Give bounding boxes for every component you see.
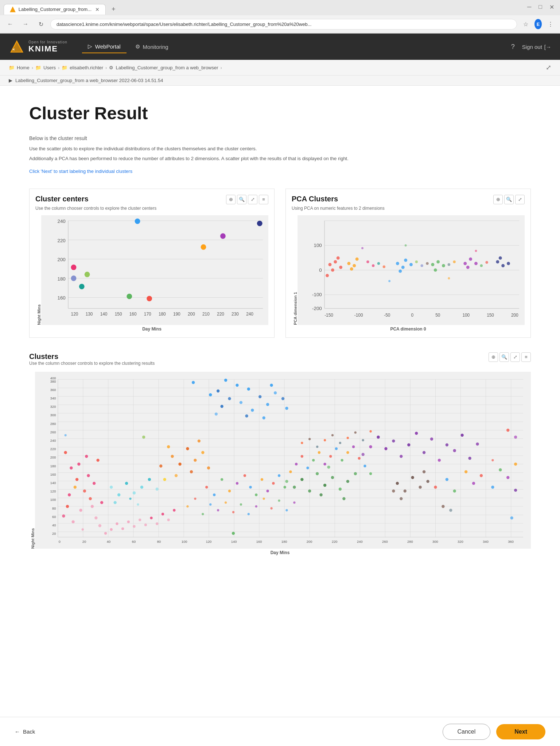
fullscreen-btn-cc[interactable]: ⤢ [248, 195, 257, 204]
bookmark-button[interactable]: ☆ [521, 19, 531, 29]
new-tab-button[interactable]: + [109, 4, 118, 15]
svg-point-331 [232, 532, 235, 534]
signout-button[interactable]: Sign out [→ [522, 44, 551, 50]
cluster-centers-chart: Cluster centers ⊕ 🔍 ⤢ ≡ Use the column c… [29, 189, 275, 338]
svg-point-76 [442, 264, 445, 267]
help-button[interactable]: ? [511, 43, 515, 51]
svg-point-260 [205, 486, 208, 488]
breadcrumb-user[interactable]: 📁 elisabeth.richter [62, 65, 103, 70]
workflow-run-title: ▶ Labelling_Customer_group_from a web_br… [9, 78, 551, 83]
logo-text-group: Open for Innovation KNIME [28, 40, 67, 54]
svg-point-29 [135, 219, 140, 224]
svg-point-288 [186, 505, 188, 507]
browser-tab[interactable]: Labelling_Customer_group_from... ✕ [4, 4, 106, 15]
svg-text:80: 80 [157, 540, 161, 544]
svg-text:240: 240 [246, 312, 253, 317]
pca-header: PCA Clusters ⊕ 🔍 ⤢ [292, 195, 525, 204]
svg-text:190: 190 [173, 312, 180, 317]
fullscreen-btn-cl[interactable]: ⤢ [510, 352, 520, 362]
svg-point-293 [225, 501, 227, 503]
users-label: Users [43, 65, 56, 70]
svg-point-204 [228, 397, 231, 400]
close-btn[interactable]: ✕ [547, 3, 556, 11]
svg-point-180 [64, 451, 67, 454]
next-button[interactable]: Next [496, 724, 545, 739]
svg-point-213 [270, 383, 273, 386]
svg-point-261 [213, 493, 215, 496]
svg-point-266 [249, 486, 252, 488]
svg-point-278 [318, 451, 320, 453]
cluster-centers-title-group: Cluster centers [35, 195, 89, 203]
svg-point-74 [436, 260, 440, 263]
svg-point-30 [257, 221, 262, 226]
svg-text:230: 230 [232, 312, 239, 317]
forward-nav-button[interactable]: → [20, 18, 31, 30]
svg-point-62 [337, 256, 340, 260]
svg-point-327 [156, 522, 158, 525]
svg-point-72 [409, 263, 413, 266]
clusters-wrap: Night Mins [29, 372, 531, 549]
fullscreen-btn-pca[interactable]: ⤢ [515, 195, 525, 204]
tab-close-btn[interactable]: ✕ [95, 7, 100, 12]
svg-point-239 [331, 476, 334, 479]
svg-point-100 [475, 250, 477, 252]
address-input[interactable] [50, 19, 517, 30]
expand-button[interactable]: ⤢ [546, 63, 551, 71]
monitoring-nav-link[interactable]: ⚙ Monitoring [129, 40, 174, 53]
svg-point-190 [83, 489, 86, 492]
menu-btn-cl[interactable]: ≡ [521, 352, 531, 362]
svg-point-243 [293, 486, 296, 488]
maximize-btn[interactable]: □ [536, 3, 544, 11]
svg-text:80: 80 [52, 506, 56, 510]
svg-point-80 [474, 262, 478, 265]
svg-point-65 [353, 264, 356, 267]
svg-text:340: 340 [483, 540, 489, 544]
pca-subtitle: Using PCA on numeric features to 2 dimen… [292, 206, 525, 211]
svg-text:160: 160 [129, 312, 137, 317]
cancel-button[interactable]: Cancel [443, 724, 491, 740]
zoom-in-btn-pca[interactable]: ⊕ [493, 195, 503, 204]
breadcrumb-users[interactable]: 📁 Users [35, 65, 56, 70]
zoom-search-btn-cl[interactable]: 🔍 [499, 352, 509, 362]
svg-text:60: 60 [132, 540, 136, 544]
svg-text:200: 200 [511, 313, 518, 318]
webportal-nav-link[interactable]: ▷ WebPortal [82, 40, 127, 53]
zoom-in-btn-cl[interactable]: ⊕ [489, 352, 498, 362]
svg-point-233 [468, 457, 471, 460]
breadcrumb-workflow[interactable]: ⚙ Labelling_Customer_group_from a web_br… [109, 65, 218, 70]
signout-icon: [→ [544, 44, 551, 50]
svg-point-235 [300, 478, 303, 481]
svg-point-232 [362, 453, 365, 456]
minimize-btn[interactable]: ─ [525, 3, 533, 11]
svg-point-245 [319, 493, 322, 496]
svg-point-258 [207, 466, 210, 469]
svg-point-77 [463, 262, 467, 265]
svg-point-218 [262, 416, 265, 419]
back-button[interactable]: ← Back [15, 728, 35, 735]
menu-button[interactable]: ⋮ [545, 19, 556, 29]
svg-point-197 [82, 528, 84, 530]
svg-text:160: 160 [50, 472, 56, 476]
breadcrumb-home[interactable]: 📁 Home [9, 65, 30, 70]
menu-btn-cc[interactable]: ≡ [259, 195, 268, 204]
svg-point-324 [139, 518, 141, 521]
svg-text:120: 120 [50, 489, 56, 493]
address-bar: ← → ↻ ☆ E ⋮ [0, 15, 560, 33]
svg-point-342 [369, 430, 372, 432]
back-nav-button[interactable]: ← [4, 18, 16, 30]
zoom-in-btn-cc[interactable]: ⊕ [226, 195, 236, 204]
svg-point-209 [209, 393, 212, 396]
zoom-search-btn-cc[interactable]: 🔍 [237, 195, 246, 204]
svg-text:100: 100 [462, 313, 470, 318]
refresh-button[interactable]: ↻ [35, 18, 47, 30]
svg-text:220: 220 [332, 540, 338, 544]
svg-point-34 [85, 272, 90, 277]
profile-button[interactable]: E [533, 19, 543, 29]
svg-point-264 [236, 482, 238, 484]
svg-point-310 [499, 468, 502, 471]
svg-point-320 [116, 522, 118, 525]
svg-text:260: 260 [50, 430, 56, 434]
svg-text:20: 20 [52, 532, 56, 536]
svg-text:170: 170 [144, 312, 151, 317]
zoom-search-btn-pca[interactable]: 🔍 [504, 195, 514, 204]
